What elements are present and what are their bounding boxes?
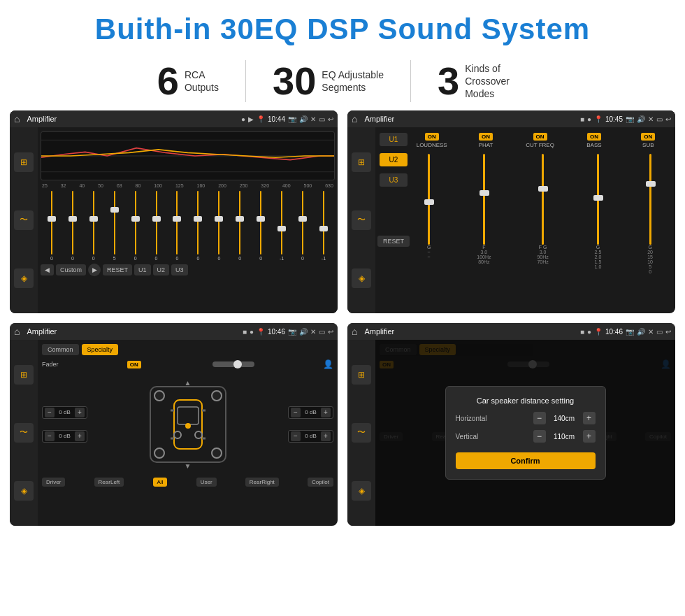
dialog-back-icon[interactable]: ↩ (665, 328, 671, 336)
dialog-horizontal-val: 140cm (549, 415, 580, 422)
eq-u2-btn[interactable]: U2 (153, 264, 170, 275)
fader-driver-btn[interactable]: Driver (42, 478, 65, 487)
eq-wave-icon[interactable]: 〜 (14, 210, 34, 230)
cross-loudness-on[interactable]: ON (425, 133, 439, 141)
fader-mini-slider[interactable] (212, 361, 254, 367)
fader-screen: ⌂ Amplifier ■ ● 📍 10:46 📷 🔊 ✕ ▭ ↩ ⊞ 〜 ◈ … (10, 323, 338, 526)
eq-slider-4[interactable]: 5 (105, 191, 124, 261)
eq-slider-14[interactable]: -1 (314, 191, 333, 261)
eq-slider-9[interactable]: 0 (209, 191, 229, 261)
dialog-horizontal-minus[interactable]: − (533, 412, 546, 424)
fader-pin-icon: 📍 (257, 328, 265, 336)
dialog-box: Car speaker distance setting Horizontal … (445, 386, 606, 480)
fader-vol-right-top: − 0 dB + (288, 406, 333, 419)
cross-tune-icon[interactable]: ⊞ (352, 152, 371, 172)
fader-user-btn[interactable]: User (196, 478, 217, 487)
fader-tab-specialty[interactable]: Specialty (82, 344, 119, 355)
eq-freq-63: 63 (117, 183, 122, 188)
fader-sq-icon: ■ (243, 328, 247, 336)
cross-bass-on[interactable]: ON (587, 133, 601, 141)
eq-custom-btn[interactable]: Custom (56, 264, 86, 275)
dialog-speaker-icon[interactable]: ◈ (352, 481, 371, 501)
eq-u1-btn[interactable]: U1 (134, 264, 151, 275)
fader-vol-lt-minus[interactable]: − (45, 408, 55, 417)
dialog-horizontal-plus[interactable]: + (583, 412, 596, 424)
eq-u3-btn[interactable]: U3 (171, 264, 188, 275)
cross-home-icon[interactable]: ⌂ (352, 113, 357, 124)
eq-slider-5[interactable]: 0 (126, 191, 145, 261)
fader-tab-common[interactable]: Common (42, 344, 79, 355)
fader-home-icon[interactable]: ⌂ (14, 326, 20, 337)
fader-rearleft-btn[interactable]: RearLeft (94, 478, 124, 487)
fader-all-btn[interactable]: All (153, 478, 168, 487)
cross-bass: ON BASS (568, 133, 619, 148)
fader-vol-rb-minus[interactable]: − (291, 431, 301, 441)
fader-person-icon[interactable]: 👤 (323, 359, 333, 369)
cross-cutfreq-on[interactable]: ON (533, 133, 547, 141)
cross-wave-icon[interactable]: 〜 (352, 210, 371, 230)
cross-phat-on[interactable]: ON (479, 133, 493, 141)
eq-slider-10[interactable]: 0 (230, 191, 250, 261)
fader-tune-icon[interactable]: ⊞ (14, 365, 34, 385)
eq-reset-btn[interactable]: RESET (103, 264, 132, 275)
fader-on-badge[interactable]: ON (127, 361, 141, 368)
dialog-title-bar: Amplifier (364, 327, 577, 336)
cross-u1-btn[interactable]: U1 (380, 133, 408, 146)
cross-sub-on[interactable]: ON (641, 133, 655, 141)
eq-slider-1[interactable]: 0 (42, 191, 62, 261)
fader-vol-rb-plus[interactable]: + (321, 431, 331, 441)
cross-sub-label: SUB (642, 142, 654, 148)
cross-u3-btn[interactable]: U3 (380, 173, 408, 187)
fader-vol-lb-plus[interactable]: + (75, 431, 85, 441)
eq-slider-8[interactable]: 0 (188, 191, 208, 261)
eq-bottom-bar: ◀ Custom ▶ RESET U1 U2 U3 (41, 264, 335, 276)
dialog-rect-icon: ▭ (656, 328, 663, 336)
cross-loudness: ON LOUDNESS (406, 133, 457, 148)
eq-slider-2[interactable]: 0 (63, 191, 82, 261)
dialog-screen: ⌂ Amplifier ■ ● 📍 10:46 📷 🔊 ✕ ▭ ↩ ⊞ 〜 ◈ … (347, 323, 675, 526)
cross-back-icon[interactable]: ↩ (665, 115, 671, 123)
screens-grid: ⌂ Amplifier ● ▶ 📍 10:44 📷 🔊 ✕ ▭ ↩ ⊞ 〜 ◈ (0, 110, 685, 533)
dialog-home-icon[interactable]: ⌂ (352, 326, 357, 337)
eq-back-icon[interactable]: ↩ (328, 115, 333, 123)
fader-rearright-btn[interactable]: RearRight (245, 478, 279, 487)
dialog-tune-icon[interactable]: ⊞ (352, 365, 371, 385)
eq-play-btn[interactable]: ▶ (88, 264, 101, 276)
cross-title: Amplifier (364, 115, 577, 123)
eq-slider-12[interactable]: -1 (272, 191, 291, 261)
eq-slider-13[interactable]: 0 (293, 191, 312, 261)
dialog-confirm-button[interactable]: Confirm (456, 452, 596, 469)
fader-rect-icon: ▭ (319, 328, 325, 336)
eq-slider-7[interactable]: 0 (168, 191, 187, 261)
eq-cam-icon: 📷 (288, 115, 296, 123)
eq-prev-btn[interactable]: ◀ (41, 264, 54, 275)
eq-slider-11[interactable]: 0 (251, 191, 271, 261)
dialog-vertical-plus[interactable]: + (583, 430, 596, 443)
cross-reset-btn[interactable]: RESET (377, 236, 410, 247)
eq-slider-6[interactable]: 0 (147, 191, 166, 261)
dialog-vol-icon: 🔊 (637, 328, 645, 336)
eq-tune-icon[interactable]: ⊞ (14, 152, 34, 172)
eq-freq-50: 50 (98, 183, 103, 188)
eq-slider-3[interactable]: 0 (84, 191, 103, 261)
dialog-vertical-minus[interactable]: − (533, 430, 546, 443)
fader-wave-icon[interactable]: 〜 (14, 423, 34, 443)
fader-up-arrow[interactable]: ▲ (185, 379, 192, 387)
dialog-vertical-val-box: − 110cm + (533, 430, 596, 443)
cross-speaker-icon[interactable]: ◈ (352, 268, 371, 288)
fader-vol-rt-minus[interactable]: − (291, 408, 301, 417)
fader-copilot-btn[interactable]: Copilot (308, 478, 333, 487)
fader-speaker-icon[interactable]: ◈ (14, 481, 34, 501)
eq-home-icon[interactable]: ⌂ (14, 113, 20, 124)
dialog-wave-icon[interactable]: 〜 (352, 423, 371, 443)
fader-vol-lt-plus[interactable]: + (75, 408, 85, 417)
cross-u2-btn[interactable]: U2 (380, 153, 408, 166)
fader-vol-rb-val: 0 dB (302, 433, 319, 439)
fader-back-icon[interactable]: ↩ (328, 328, 333, 336)
eq-freq-630: 630 (325, 183, 333, 188)
fader-vol-lb-minus[interactable]: − (45, 431, 55, 441)
dialog-pin-icon: 📍 (594, 328, 603, 336)
fader-vol-rt-plus[interactable]: + (321, 408, 331, 417)
eq-speaker-icon[interactable]: ◈ (14, 268, 34, 288)
fader-down-arrow[interactable]: ▼ (185, 462, 192, 470)
